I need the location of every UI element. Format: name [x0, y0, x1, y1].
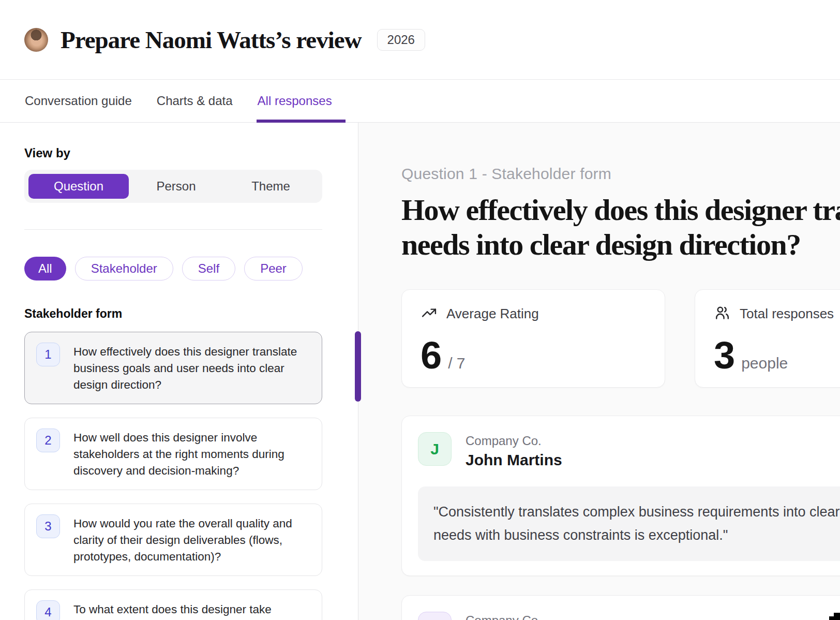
question-number-badge: 1 [36, 343, 60, 366]
question-number-badge: 4 [36, 600, 60, 620]
question-item-3[interactable]: 3 How would you rate the overall quality… [24, 504, 322, 576]
page-header: Prepare Naomi Watts’s review 2026 [0, 0, 840, 80]
question-number-badge: 2 [36, 429, 60, 452]
filter-all[interactable]: All [24, 257, 66, 281]
question-text: How would you rate the overall quality a… [73, 514, 312, 565]
responder-company: Company Co. [466, 612, 542, 620]
stats-row: Average Rating 6 / 7 [401, 289, 840, 388]
responses-list: J Company Co. John Martins "Consistently… [401, 416, 840, 620]
reviewee-avatar [24, 28, 48, 52]
question-text: How well does this designer involve stak… [73, 429, 312, 479]
stat-suffix: / 7 [448, 355, 465, 372]
responder-company: Company Co. [466, 432, 562, 449]
question-list: 1 How effectively does this designer tra… [24, 332, 322, 620]
page-title: Prepare Naomi Watts’s review [61, 26, 362, 54]
question-heading: How effectively does this designer trans… [401, 193, 840, 262]
stat-value: 3 [714, 335, 735, 376]
stat-label: Average Rating [446, 306, 539, 322]
response-card-john-martins: J Company Co. John Martins "Consistently… [401, 416, 840, 576]
stat-label: Total responses [740, 306, 834, 322]
total-responses-card: Total responses 3 people [695, 289, 840, 388]
content-row: View by Question Person Theme All Stakeh… [0, 123, 840, 620]
sidebar: View by Question Person Theme All Stakeh… [0, 123, 358, 620]
response-quote-line2: needs with business constraints is excep… [433, 524, 840, 547]
main-panel: Question 1 - Stakeholder form How effect… [358, 123, 840, 620]
response-quote: "Consistently translates complex busines… [418, 486, 840, 561]
view-by-label: View by [24, 145, 322, 161]
form-section-label: Stakeholder form [24, 306, 322, 321]
filter-peer[interactable]: Peer [244, 257, 303, 281]
tab-all-responses[interactable]: All responses [258, 80, 332, 122]
question-text: To what extent does this designer take o… [73, 600, 312, 620]
filter-self[interactable]: Self [182, 257, 235, 281]
stat-suffix: people [741, 355, 788, 372]
stat-value: 6 [421, 335, 442, 376]
filter-stakeholder[interactable]: Stakeholder [75, 257, 173, 281]
segment-theme[interactable]: Theme [223, 174, 318, 199]
question-context-label: Question 1 - Stakeholder form [401, 165, 840, 183]
question-text: How effectively does this designer trans… [73, 343, 312, 393]
average-rating-card: Average Rating 6 / 7 [401, 289, 665, 388]
response-card-second: S Company Co. [401, 595, 840, 620]
responder-avatar: J [418, 432, 452, 466]
segment-person[interactable]: Person [129, 174, 223, 199]
sidebar-divider [24, 229, 322, 230]
year-badge: 2026 [377, 29, 425, 51]
question-item-4[interactable]: 4 To what extent does this designer take… [24, 589, 322, 620]
responder-avatar: S [418, 612, 452, 620]
segment-question[interactable]: Question [28, 174, 129, 199]
responder-name: John Martins [466, 450, 562, 470]
filter-pill-row: All Stakeholder Self Peer [24, 257, 322, 281]
question-heading-line1: How effectively does this designer trans… [401, 193, 840, 227]
selected-question-indicator [355, 331, 361, 402]
question-heading-line2: needs into clear design direction? [401, 227, 840, 262]
people-icon [714, 304, 731, 323]
tab-charts-data[interactable]: Charts & data [157, 80, 233, 122]
question-item-2[interactable]: 2 How well does this designer involve st… [24, 418, 322, 490]
tab-conversation-guide[interactable]: Conversation guide [25, 80, 132, 122]
question-item-1[interactable]: 1 How effectively does this designer tra… [24, 332, 322, 404]
trending-up-icon [421, 304, 438, 323]
view-mode-segmented-control: Question Person Theme [24, 170, 322, 203]
question-number-badge: 3 [36, 514, 60, 538]
response-quote-line1: "Consistently translates complex busines… [433, 500, 840, 524]
tab-bar: Conversation guide Charts & data All res… [0, 80, 840, 123]
